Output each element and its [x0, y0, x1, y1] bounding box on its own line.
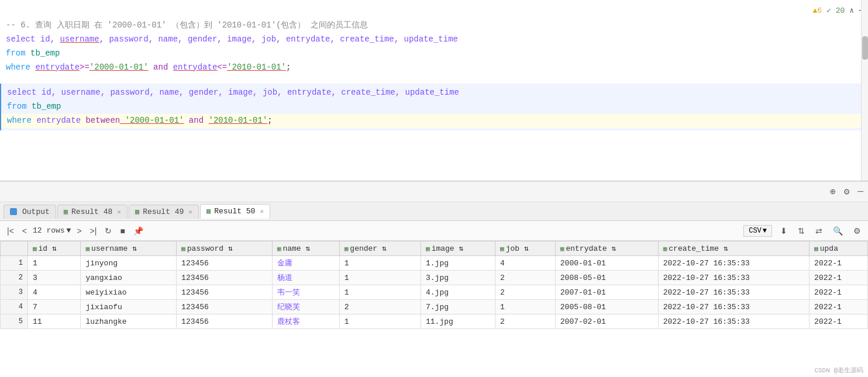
col-upda[interactable]: ▦upda	[810, 241, 868, 256]
tab-result50[interactable]: ▦ Result 50 ✕	[200, 204, 270, 219]
csv-dropdown-icon[interactable]: ▼	[763, 227, 767, 235]
cell-upda: 2022-1	[810, 314, 868, 329]
result50-icon: ▦	[206, 207, 211, 216]
tab-output[interactable]: Output	[4, 205, 56, 219]
cell-image: 3.jpg	[421, 271, 495, 285]
kw-entrydate1: entrydate	[30, 63, 80, 72]
col-image[interactable]: ▦image ⇅	[421, 241, 495, 256]
col-username[interactable]: ▦username ⇅	[81, 241, 177, 256]
cell-upda: 2022-1	[810, 285, 868, 300]
toolbar-right: CSV ▼ ⬇ ⇅ ⇄ 🔍 ⚙	[743, 225, 863, 237]
tab-result49[interactable]: ▦ Result 49 ✕	[129, 205, 199, 219]
expand-icon[interactable]: ∧	[849, 6, 854, 15]
result48-icon: ▦	[64, 207, 68, 216]
col-id[interactable]: ▦id ⇅	[27, 241, 80, 256]
cell-create_time: 2022-10-27 16:35:33	[658, 256, 809, 271]
sql-block-2[interactable]: select id, username, password, name, gen…	[0, 84, 868, 130]
col-password[interactable]: ▦password ⇅	[177, 241, 273, 256]
sql-block-1[interactable]: select id, username, password, name, gen…	[0, 32, 868, 75]
sql-line-where-1: where entrydate>='2000-01-01' and entryd…	[6, 61, 862, 75]
cell-gender: 1	[339, 256, 421, 271]
table-row[interactable]: 23yangxiao123456杨道13.jpg22008-05-012022-…	[1, 271, 868, 285]
sql-line-from-2: from tb_emp	[7, 100, 862, 114]
result-table-wrap[interactable]: ▦id ⇅ ▦username ⇅ ▦password ⇅ ▦name ⇅ ▦g…	[0, 241, 868, 377]
cell-gender: 1	[339, 285, 421, 300]
cell-create_time: 2022-10-27 16:35:33	[658, 271, 809, 285]
sql-comment: -- 6. 查询 入职日期 在 '2000-01-01' （包含）到 '2010…	[0, 18, 868, 32]
col-rownum	[1, 241, 28, 256]
cell-name: 纪晓芙	[272, 300, 339, 314]
nav-prev-btn[interactable]: <	[20, 225, 29, 237]
cell-entrydate: 2007-01-01	[555, 285, 658, 300]
col-entrydate[interactable]: ▦entrydate ⇅	[555, 241, 658, 256]
col-job[interactable]: ▦job ⇅	[495, 241, 556, 256]
csv-button[interactable]: CSV ▼	[743, 225, 772, 237]
table-row[interactable]: 511luzhangke123456鹿杖客111.jpg22007-02-012…	[1, 314, 868, 329]
cell-rownum: 5	[1, 314, 28, 329]
cell-username: luzhangke	[81, 314, 177, 329]
kw-table2: tb_emp	[27, 102, 61, 111]
tab-result49-label: Result 49	[143, 207, 184, 216]
cell-password: 123456	[177, 314, 273, 329]
rows-label: 12 rows	[33, 226, 65, 235]
editor-area: ▲6 ✓ 20 ∧ ⋯ -- 6. 查询 入职日期 在 '2000-01-01'…	[0, 0, 868, 181]
cell-rownum: 3	[1, 285, 28, 300]
globe-icon[interactable]: ⊕	[830, 186, 836, 198]
cell-id: 7	[27, 300, 80, 314]
cell-username: yangxiao	[81, 271, 177, 285]
rows-dropdown-icon[interactable]: ▼	[67, 226, 71, 235]
tab-result48[interactable]: ▦ Result 48 ✕	[57, 205, 128, 219]
settings-results-btn[interactable]: ⚙	[851, 225, 863, 237]
tab-result50-label: Result 50	[214, 207, 255, 216]
cell-password: 123456	[177, 285, 273, 300]
kw-val3: '2000-01-01'	[120, 116, 184, 125]
kw-and2: and	[184, 116, 208, 125]
cell-entrydate: 2007-02-01	[555, 314, 658, 329]
export-btn[interactable]: ⬇	[778, 225, 790, 237]
cell-entrydate: 2008-05-01	[555, 271, 658, 285]
kw-entrydate3: entrydate	[32, 116, 85, 125]
refresh-btn[interactable]: ↻	[102, 225, 114, 237]
cell-job: 2	[495, 285, 556, 300]
cell-name: 杨道	[272, 271, 339, 285]
table-row[interactable]: 34weiyixiao123456韦一笑14.jpg22007-01-01202…	[1, 285, 868, 300]
cell-create_time: 2022-10-27 16:35:33	[658, 314, 809, 329]
tab-result49-close[interactable]: ✕	[188, 208, 192, 216]
sql-line-select-1: select id, username, password, name, gen…	[6, 33, 862, 47]
search-btn[interactable]: 🔍	[831, 225, 845, 237]
cell-password: 123456	[177, 300, 273, 314]
filter-icon-btn[interactable]: ⇄	[813, 225, 825, 237]
cell-name: 韦一笑	[272, 285, 339, 300]
check-badge: ✓ 20	[826, 6, 845, 15]
result49-icon: ▦	[135, 207, 139, 216]
cell-id: 1	[27, 256, 80, 271]
editor-scrollbar[interactable]	[861, 0, 868, 181]
kw-select2: select	[7, 88, 36, 97]
nav-next-btn[interactable]: >	[74, 225, 84, 237]
tab-result48-close[interactable]: ✕	[117, 208, 121, 216]
col-name[interactable]: ▦name ⇅	[272, 241, 339, 256]
settings-icon[interactable]: ⚙	[844, 186, 850, 198]
sort-btn[interactable]: ⇅	[795, 225, 807, 237]
col-create-time[interactable]: ▦create_time ⇅	[658, 241, 809, 256]
more-options-icon[interactable]: —	[857, 186, 863, 197]
tab-result48-label: Result 48	[71, 207, 112, 216]
kw-val4: '2010-01-01'	[208, 116, 267, 125]
pin-btn[interactable]: 📌	[131, 225, 146, 237]
cell-gender: 1	[339, 271, 421, 285]
table-row[interactable]: 47jixiaofu123456纪晓芙27.jpg12005-08-012022…	[1, 300, 868, 314]
nav-last-btn[interactable]: >|	[88, 225, 99, 237]
cell-name: 鹿杖客	[272, 314, 339, 329]
tab-result50-close[interactable]: ✕	[260, 207, 264, 215]
table-row[interactable]: 11jinyong123456金庸11.jpg42000-01-012022-1…	[1, 256, 868, 271]
cell-image: 11.jpg	[421, 314, 495, 329]
rows-count: 12 rows ▼	[33, 226, 71, 235]
kw-select: select	[6, 34, 35, 44]
sql-line-where-2: where entrydate between '2000-01-01' and…	[1, 114, 868, 128]
scrollbar-thumb[interactable]	[862, 36, 868, 60]
stop-btn[interactable]: ■	[118, 225, 127, 237]
col-gender[interactable]: ▦gender ⇅	[339, 241, 421, 256]
nav-first-btn[interactable]: |<	[5, 225, 16, 237]
kw-where2: where	[7, 116, 32, 125]
kw-fields2: id, username, password, name, gender, im…	[36, 88, 459, 97]
